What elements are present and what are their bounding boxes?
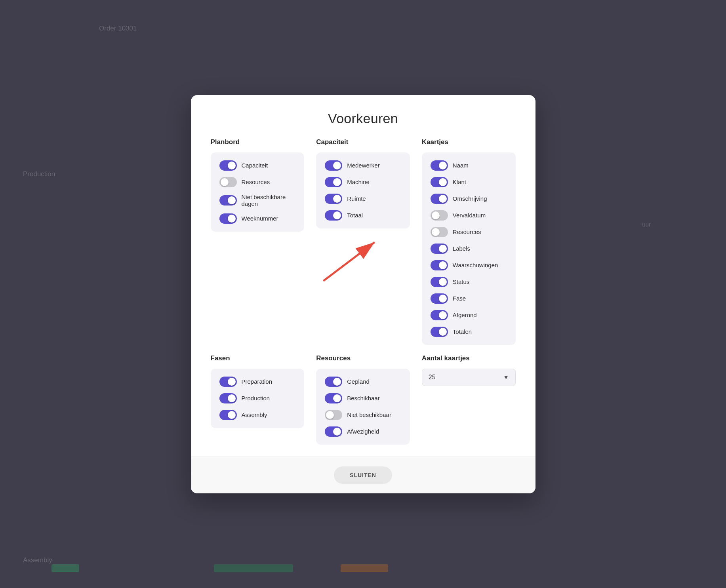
toggle-labels[interactable] bbox=[431, 244, 448, 254]
toggle-row-gepland: Gepland bbox=[325, 377, 401, 387]
toggle-knob bbox=[439, 162, 447, 169]
toggle-knob bbox=[228, 394, 236, 402]
modal-overlay: Voorkeuren Planbord bbox=[0, 0, 726, 588]
toggle-preparation[interactable] bbox=[219, 377, 237, 387]
toggle-status[interactable] bbox=[431, 277, 448, 287]
toggle-machine[interactable] bbox=[325, 177, 342, 187]
toggle-knob bbox=[439, 195, 447, 203]
aantal-kaartjes-select[interactable]: 25 ▼ bbox=[422, 369, 516, 386]
toggle-label-preparation: Preparation bbox=[242, 378, 272, 385]
toggle-knob bbox=[439, 278, 447, 286]
sluiten-button[interactable]: SLUITEN bbox=[334, 466, 392, 484]
toggle-knob bbox=[439, 311, 447, 319]
toggle-ruimte[interactable] bbox=[325, 194, 342, 204]
toggle-medewerker[interactable] bbox=[325, 160, 342, 171]
fasen-section: Fasen Preparation bbox=[211, 354, 305, 445]
toggle-row-totaal: Totaal bbox=[325, 210, 401, 221]
toggle-knob bbox=[228, 196, 236, 204]
toggle-knob bbox=[333, 162, 341, 169]
toggle-label-fase: Fase bbox=[453, 295, 466, 302]
resources-box: Gepland Beschikbaar bbox=[316, 369, 410, 445]
toggle-knob bbox=[333, 394, 341, 402]
toggle-knob bbox=[228, 411, 236, 419]
toggle-afwezigheid[interactable] bbox=[325, 426, 342, 437]
toggle-label-gepland: Gepland bbox=[347, 378, 370, 385]
toggle-label-waarschuwingen: Waarschuwingen bbox=[453, 262, 498, 268]
toggle-row-afwezigheid: Afwezigheid bbox=[325, 426, 401, 437]
preferences-modal: Voorkeuren Planbord bbox=[191, 95, 535, 493]
toggle-row-preparation: Preparation bbox=[219, 377, 296, 387]
aantal-kaartjes-title: Aantal kaartjes bbox=[422, 354, 516, 362]
toggle-knob bbox=[439, 261, 447, 269]
toggle-label-vervaldatum: Vervaldatum bbox=[453, 212, 486, 219]
planbord-title: Planbord bbox=[211, 138, 305, 146]
modal-footer: SLUITEN bbox=[191, 457, 535, 493]
capaciteit-box: Medewerker Machine bbox=[316, 152, 410, 228]
toggle-label-klant: Klant bbox=[453, 179, 466, 185]
toggle-niet-beschikbaar[interactable] bbox=[325, 410, 342, 420]
toggle-label-totalen: Totalen bbox=[453, 328, 472, 335]
toggle-knob bbox=[432, 228, 440, 236]
toggle-knob bbox=[333, 428, 341, 436]
toggle-weeknummer[interactable] bbox=[219, 213, 237, 224]
toggle-row-naam: Naam bbox=[431, 160, 507, 171]
toggle-capaciteit[interactable] bbox=[219, 160, 237, 171]
toggle-label-totaal: Totaal bbox=[347, 212, 363, 219]
toggle-vervaldatum[interactable] bbox=[431, 210, 448, 221]
toggle-resources-k[interactable] bbox=[431, 227, 448, 237]
toggle-label-assembly: Assembly bbox=[242, 411, 267, 418]
toggle-knob bbox=[228, 162, 236, 169]
toggle-resources[interactable] bbox=[219, 177, 237, 187]
toggle-label-beschikbaar: Beschikbaar bbox=[347, 395, 380, 402]
toggle-row-production: Production bbox=[219, 393, 296, 403]
toggle-label-niet-beschikbare: Niet beschikbare dagen bbox=[242, 194, 296, 207]
toggle-row-klant: Klant bbox=[431, 177, 507, 187]
toggle-row-beschikbaar: Beschikbaar bbox=[325, 393, 401, 403]
toggle-row-niet-beschikbaar: Niet beschikbaar bbox=[325, 410, 401, 420]
kaartjes-section: Kaartjes Naam bbox=[422, 138, 516, 345]
toggle-label-resources-k: Resources bbox=[453, 228, 481, 235]
toggle-production[interactable] bbox=[219, 393, 237, 403]
toggle-row-totalen: Totalen bbox=[431, 327, 507, 337]
toggle-naam[interactable] bbox=[431, 160, 448, 171]
resources-section: Resources Gepland bbox=[316, 354, 410, 445]
toggle-row-omschrijving: Omschrijving bbox=[431, 194, 507, 204]
modal-header: Voorkeuren bbox=[191, 95, 535, 134]
toggle-knob bbox=[326, 411, 334, 419]
capaciteit-title: Capaciteit bbox=[316, 138, 410, 146]
toggle-knob bbox=[333, 195, 341, 203]
toggle-knob bbox=[333, 378, 341, 386]
toggle-label-resources: Resources bbox=[242, 179, 270, 185]
toggle-knob bbox=[439, 245, 447, 253]
toggle-fase[interactable] bbox=[431, 293, 448, 304]
toggle-afgerond[interactable] bbox=[431, 310, 448, 320]
toggle-klant[interactable] bbox=[431, 177, 448, 187]
toggle-label-production: Production bbox=[242, 395, 270, 402]
toggle-knob bbox=[439, 295, 447, 303]
toggle-label-ruimte: Ruimte bbox=[347, 195, 366, 202]
toggle-assembly[interactable] bbox=[219, 410, 237, 420]
toggle-gepland[interactable] bbox=[325, 377, 342, 387]
toggle-totaal[interactable] bbox=[325, 210, 342, 221]
toggle-label-weeknummer: Weeknummer bbox=[242, 215, 278, 222]
bottom-sections: Fasen Preparation bbox=[211, 354, 516, 445]
aantal-kaartjes-value: 25 bbox=[429, 374, 436, 381]
toggle-row-capaciteit: Capaciteit bbox=[219, 160, 296, 171]
toggle-waarschuwingen[interactable] bbox=[431, 260, 448, 270]
toggle-label-machine: Machine bbox=[347, 179, 370, 185]
toggle-row-medewerker: Medewerker bbox=[325, 160, 401, 171]
toggle-beschikbaar[interactable] bbox=[325, 393, 342, 403]
toggle-omschrijving[interactable] bbox=[431, 194, 448, 204]
toggle-row-waarschuwingen: Waarschuwingen bbox=[431, 260, 507, 270]
toggle-label-omschrijving: Omschrijving bbox=[453, 195, 487, 202]
toggle-row-vervaldatum: Vervaldatum bbox=[431, 210, 507, 221]
toggle-row-resources: Resources bbox=[219, 177, 296, 187]
chevron-down-icon: ▼ bbox=[503, 374, 509, 381]
fasen-title: Fasen bbox=[211, 354, 305, 362]
toggle-totalen[interactable] bbox=[431, 327, 448, 337]
toggle-niet-beschikbare[interactable] bbox=[219, 195, 237, 206]
fasen-box: Preparation Production bbox=[211, 369, 305, 428]
modal-wrapper: Voorkeuren Planbord bbox=[191, 95, 535, 493]
toggle-knob bbox=[439, 178, 447, 186]
toggle-knob bbox=[221, 178, 229, 186]
